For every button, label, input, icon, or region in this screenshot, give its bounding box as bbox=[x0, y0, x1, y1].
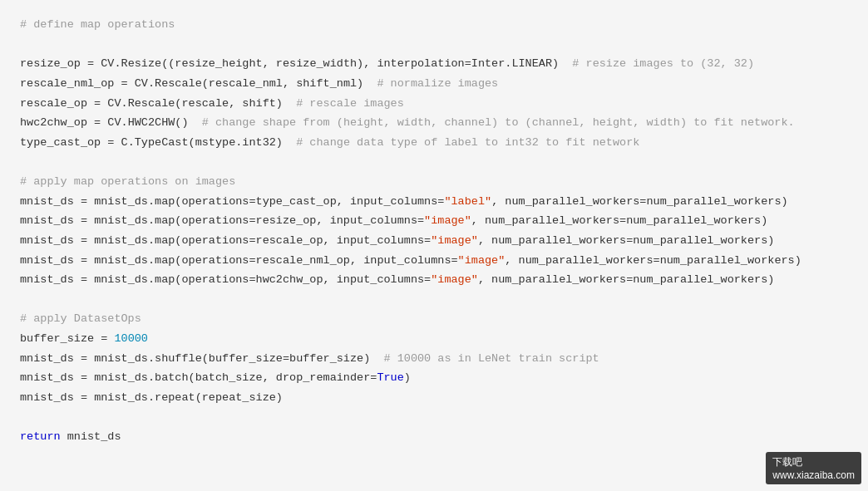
code-line-map-rescale: mnist_ds = mnist_ds.map(operations=resca… bbox=[20, 231, 848, 251]
code-line-map-resize: mnist_ds = mnist_ds.map(operations=resiz… bbox=[20, 211, 848, 231]
code-line-buffer-size: buffer_size = 10000 bbox=[20, 329, 848, 349]
code-line-map-hwc2chw: mnist_ds = mnist_ds.map(operations=hwc2c… bbox=[20, 270, 848, 290]
code-line-resize-op: resize_op = CV.Resize((resize_height, re… bbox=[20, 54, 848, 74]
code-line-blank-1 bbox=[20, 35, 848, 55]
code-line-hwc2chw-op: hwc2chw_op = CV.HWC2CHW() # change shape… bbox=[20, 113, 848, 133]
code-line-comment-dataset-ops: # apply DatasetOps bbox=[20, 309, 848, 329]
code-line-shuffle: mnist_ds = mnist_ds.shuffle(buffer_size=… bbox=[20, 349, 848, 369]
code-line-type-cast-op: type_cast_op = C.TypeCast(mstype.int32) … bbox=[20, 133, 848, 153]
code-line-1: # define map operations bbox=[20, 15, 848, 35]
code-line-blank-2 bbox=[20, 152, 848, 172]
watermark: 下载吧 www.xiazaiba.com bbox=[766, 452, 861, 484]
watermark-url: www.xiazaiba.com bbox=[772, 469, 855, 481]
code-editor: # define map operations resize_op = CV.R… bbox=[0, 0, 868, 491]
code-line-batch: mnist_ds = mnist_ds.batch(batch_size, dr… bbox=[20, 368, 848, 388]
code-line-map-rescale-nml: mnist_ds = mnist_ds.map(operations=resca… bbox=[20, 251, 848, 271]
code-line-return: return mnist_ds bbox=[20, 427, 848, 447]
code-line-rescale-nml-op: rescale_nml_op = CV.Rescale(rescale_nml,… bbox=[20, 74, 848, 94]
code-line-rescale-op: rescale_op = CV.Rescale(rescale, shift) … bbox=[20, 94, 848, 114]
code-line-repeat: mnist_ds = mnist_ds.repeat(repeat_size) bbox=[20, 388, 848, 408]
watermark-text: 下载吧 bbox=[772, 456, 802, 468]
code-line-map-type-cast: mnist_ds = mnist_ds.map(operations=type_… bbox=[20, 192, 848, 212]
code-line-comment-apply-map: # apply map operations on images bbox=[20, 172, 848, 192]
comment-define-map: # define map operations bbox=[20, 18, 175, 31]
code-line-blank-4 bbox=[20, 408, 848, 428]
code-line-blank-3 bbox=[20, 290, 848, 310]
